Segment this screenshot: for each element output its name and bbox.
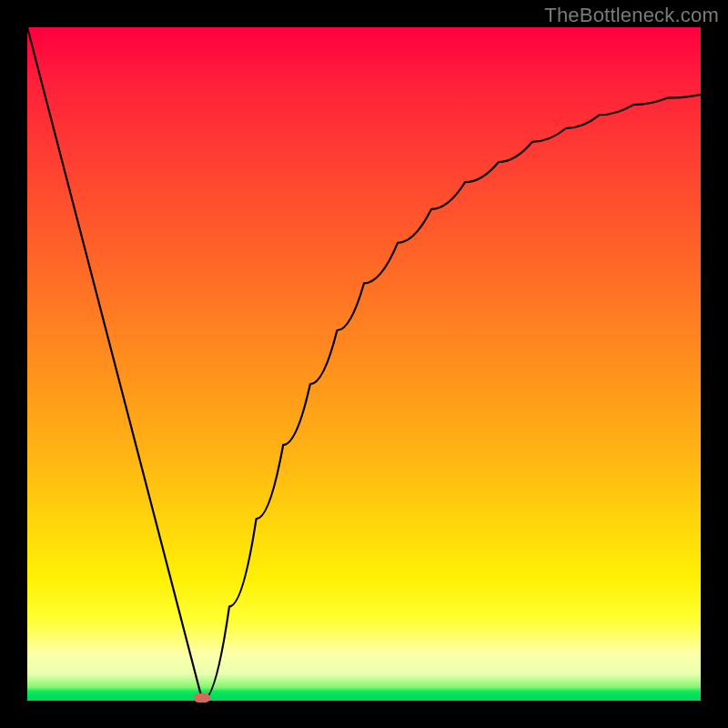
chart-frame: TheBottleneck.com	[0, 0, 728, 728]
curve-svg	[27, 27, 701, 701]
plot-area	[27, 27, 701, 701]
watermark-text: TheBottleneck.com	[544, 4, 719, 27]
minimum-marker	[194, 693, 210, 703]
curve-path	[27, 27, 701, 701]
